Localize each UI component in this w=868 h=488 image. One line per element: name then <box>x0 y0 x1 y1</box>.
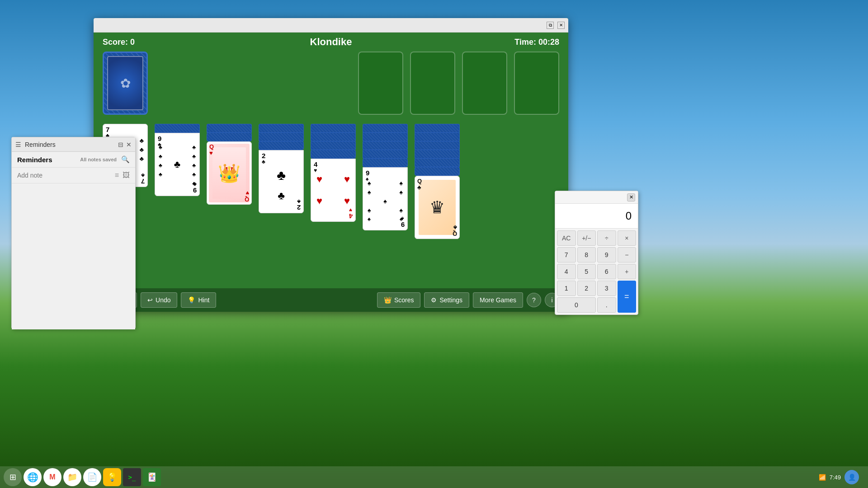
more-games-label: More Games <box>480 296 516 304</box>
game-title: Klondike <box>157 36 505 48</box>
wifi-icon: 📶 <box>819 474 826 481</box>
undo-label: Undo <box>156 296 170 304</box>
foundation-4[interactable] <box>514 52 559 115</box>
foundation-1[interactable] <box>358 52 403 115</box>
facedown-card <box>415 132 460 141</box>
foundation-3[interactable] <box>462 52 507 115</box>
rank-br: 7 ♣ <box>141 173 145 185</box>
calc-2-button[interactable]: 2 <box>577 281 596 296</box>
calc-3-button[interactable]: 3 <box>597 281 616 296</box>
search-icon[interactable]: 🔍 <box>121 155 130 164</box>
user-avatar[interactable]: 👤 <box>844 470 859 484</box>
deck-pattern: ✿ <box>120 76 131 91</box>
facedown-card <box>415 167 460 176</box>
tableau: 7 ♣ ♣ 7 ♣ ♣ ♣ ♣ ♣ ♣ ♣ ♣ <box>103 124 559 250</box>
taskbar-apps: ⊞ 🌐 M 📁 📄 💡 >_ 🃏 <box>4 468 161 486</box>
more-games-button[interactable]: More Games <box>473 292 523 308</box>
hint-label: Hint <box>198 296 209 304</box>
facedown-card <box>311 124 356 133</box>
calc-9-button[interactable]: 9 <box>597 247 616 263</box>
terminal-button[interactable]: >_ <box>123 468 141 486</box>
facedown-card <box>259 124 304 133</box>
calc-decimal-button[interactable]: . <box>597 297 616 313</box>
time-display: Time: 00:28 <box>505 38 559 47</box>
facedown-card <box>363 124 408 133</box>
calc-8-button[interactable]: 8 <box>577 247 596 263</box>
col5-facedown-stack <box>311 124 356 159</box>
reminders-minimize-icon[interactable]: ⊟ <box>118 141 123 148</box>
undo-button[interactable]: ↩ Undo <box>141 292 177 308</box>
image-icon[interactable]: 🖼 <box>123 171 130 179</box>
scores-label: Scores <box>394 296 414 304</box>
calc-4-button[interactable]: 4 <box>557 264 576 279</box>
rank-br: Q♣ <box>453 224 457 237</box>
reminders-title-text: Reminders <box>25 141 56 148</box>
calc-1-button[interactable]: 1 <box>557 281 576 296</box>
calc-plus-minus-button[interactable]: +/− <box>577 230 596 246</box>
card-queen-clubs[interactable]: Q♣ ♛ Q♣ <box>415 176 460 239</box>
reminders-title-area: ☰ Reminders <box>15 141 114 148</box>
solitaire-restore-button[interactable]: ⧉ <box>547 22 554 29</box>
calc-plus-button[interactable]: + <box>618 264 637 279</box>
card-9-spades[interactable]: 9 ♠ ♠ ♠ ♠ ♠ ♠ ♠ ♠ ♠ ♠ 9 ♠ <box>363 167 408 230</box>
taskbar-right: 📶 7:49 👤 <box>819 470 864 484</box>
reminders-close-icon[interactable]: ✕ <box>126 141 132 148</box>
calc-ac-button[interactable]: AC <box>557 230 576 246</box>
scores-button[interactable]: 👑 Scores <box>377 292 421 308</box>
reminders-header: Reminders All notes saved 🔍 <box>12 152 135 168</box>
facedown-card <box>311 132 356 141</box>
calculator-window: ✕ 0 AC +/− ÷ × 7 8 9 − 4 5 6 + 1 2 3 = 0… <box>555 191 638 315</box>
facedown-card <box>207 132 252 141</box>
card-4-hearts[interactable]: 4 ♥ ♥ ♥ ♥ ♥ 4 ♥ <box>311 159 356 222</box>
facedown-card <box>259 132 304 141</box>
calc-multiply-button[interactable]: × <box>618 230 637 246</box>
keep-button[interactable]: 💡 <box>103 468 121 486</box>
calc-5-button[interactable]: 5 <box>577 264 596 279</box>
add-note-input[interactable] <box>17 172 111 179</box>
settings-label: Settings <box>439 296 462 304</box>
solitaire-header: Score: 0 Klondike Time: 00:28 <box>94 33 568 52</box>
clock-display: 7:49 <box>830 474 841 481</box>
docs-button[interactable]: 📄 <box>83 468 101 486</box>
col4-facedown-stack <box>259 124 304 150</box>
deck-pile[interactable]: ✿ <box>103 52 148 115</box>
col3-facedown-stack <box>207 124 252 141</box>
calc-equals-button[interactable]: = <box>618 281 637 313</box>
calc-6-button[interactable]: 6 <box>597 264 616 279</box>
col7-facedown-stack <box>415 124 460 176</box>
files-button[interactable]: 📁 <box>63 468 81 486</box>
facedown-card <box>311 150 356 159</box>
reminders-titlebar: ☰ Reminders ⊟ ✕ <box>12 137 135 152</box>
calc-0-button[interactable]: 0 <box>557 297 596 313</box>
chrome-button[interactable]: 🌐 <box>24 468 42 486</box>
reminders-menu-icon: ☰ <box>15 141 21 148</box>
calc-close-button[interactable]: ✕ <box>627 193 635 202</box>
calc-7-button[interactable]: 7 <box>557 247 576 263</box>
reminders-header-title: Reminders <box>17 156 52 164</box>
solitaire-taskbar-button[interactable]: 🃏 <box>143 468 161 486</box>
calc-divide-button[interactable]: ÷ <box>597 230 616 246</box>
solitaire-close-button[interactable]: ✕ <box>557 22 565 29</box>
card-2-clubs[interactable]: 2 ♣ ♣ ♣ 2 ♣ <box>259 150 304 213</box>
facedown-card <box>363 141 408 150</box>
top-row: ✿ <box>103 52 559 115</box>
facedown-card <box>207 124 252 133</box>
apps-grid-button[interactable]: ⊞ <box>4 468 22 486</box>
gmail-button[interactable]: M <box>43 468 61 486</box>
game-area: ✿ 7 ♣ ♣ 7 ♣ <box>94 52 568 250</box>
hint-button[interactable]: 💡 Hint <box>181 292 216 308</box>
settings-button[interactable]: ⚙ Settings <box>424 292 469 308</box>
tableau-col-7: Q♣ ♛ Q♣ <box>415 124 460 250</box>
list-icon[interactable]: ≡ <box>115 171 119 179</box>
tableau-col-6: 9 ♠ ♠ ♠ ♠ ♠ ♠ ♠ ♠ ♠ ♠ 9 ♠ <box>363 124 408 250</box>
facedown-card <box>311 141 356 150</box>
facedown-card <box>259 141 304 150</box>
taskbar: ⊞ 🌐 M 📁 📄 💡 >_ 🃏 📶 7:49 👤 <box>0 466 868 488</box>
card-queen-hearts[interactable]: Q♥ 👑 ♛ Q♥ <box>207 141 252 205</box>
rank-tl: 7 <box>106 126 145 133</box>
calc-display: 0 <box>555 204 638 229</box>
calc-minus-button[interactable]: − <box>618 247 637 263</box>
card-9-clubs[interactable]: 9 ♣ ♣ ♣ ♣ ♣ ♣ ♣ ♣ ♣ ♣ ♣ 9 ♣ <box>155 133 200 196</box>
help-button[interactable]: ? <box>527 293 541 307</box>
foundation-2[interactable] <box>410 52 455 115</box>
